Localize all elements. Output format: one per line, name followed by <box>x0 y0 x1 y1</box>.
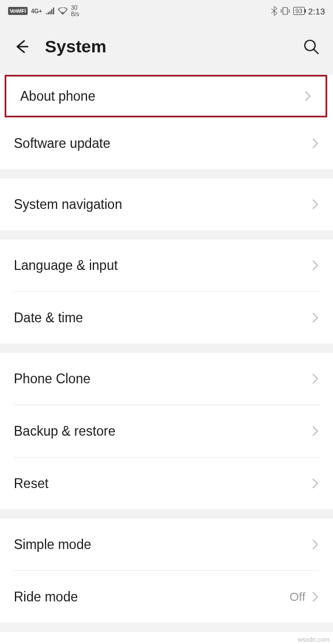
chevron-right-icon <box>311 590 319 604</box>
bluetooth-icon <box>271 6 277 16</box>
item-reset[interactable]: Reset <box>0 458 333 509</box>
search-icon <box>303 39 319 55</box>
battery-indicator: 93 <box>293 7 305 15</box>
svg-point-0 <box>62 12 64 14</box>
svg-rect-1 <box>283 7 287 14</box>
settings-group: System navigation <box>0 178 333 230</box>
signal-generation: 4G+ <box>31 8 42 14</box>
item-label: Reset <box>14 476 311 491</box>
header: System <box>0 22 333 71</box>
item-label: Phone Clone <box>14 371 311 387</box>
chevron-right-icon <box>311 197 319 211</box>
vowifi-badge: VoWiFi <box>8 7 28 15</box>
item-backup-restore[interactable]: Backup & restore <box>0 405 333 457</box>
item-label: Language & input <box>14 258 311 273</box>
settings-group: Language & input Date & time <box>0 239 333 344</box>
item-ride-mode[interactable]: Ride mode Off <box>0 571 333 623</box>
chevron-right-icon <box>311 311 319 325</box>
back-button[interactable] <box>13 39 29 55</box>
chevron-right-icon <box>311 136 319 150</box>
item-system-navigation[interactable]: System navigation <box>0 178 333 230</box>
item-label: Ride mode <box>14 589 289 605</box>
item-developer-options[interactable]: Developer options <box>0 632 333 644</box>
item-label: Backup & restore <box>14 424 311 439</box>
wifi-icon <box>58 7 67 14</box>
arrow-left-icon <box>13 39 29 55</box>
chevron-right-icon <box>311 372 319 386</box>
item-value: Off <box>289 590 305 604</box>
clock: 2:13 <box>308 6 325 16</box>
item-phone-clone[interactable]: Phone Clone <box>0 353 333 405</box>
settings-group: Simple mode Ride mode Off <box>0 519 333 623</box>
watermark: wsxdn.com <box>298 636 330 643</box>
item-label: System navigation <box>14 197 311 212</box>
vibrate-icon <box>281 7 290 15</box>
item-software-update[interactable]: Software update <box>0 117 333 169</box>
chevron-right-icon <box>304 89 312 103</box>
chevron-right-icon <box>311 477 319 490</box>
chevron-right-icon <box>311 538 319 551</box>
item-label: Software update <box>14 136 311 151</box>
item-about-phone[interactable]: About phone <box>6 77 326 116</box>
status-bar: VoWiFi 4G+ 30 B/s 93 2:13 <box>0 0 333 22</box>
item-label: About phone <box>20 89 304 104</box>
settings-group: Developer options User experience improv… <box>0 632 333 644</box>
page-title: System <box>45 37 286 56</box>
settings-group: About phone Software update <box>0 75 333 169</box>
chevron-right-icon <box>311 258 319 272</box>
data-rate: 30 B/s <box>71 5 79 17</box>
chevron-right-icon <box>311 424 319 438</box>
status-left: VoWiFi 4G+ 30 B/s <box>8 5 80 17</box>
highlight-box: About phone <box>5 75 327 117</box>
item-label: Date & time <box>14 310 311 326</box>
item-date-time[interactable]: Date & time <box>0 292 333 344</box>
signal-bars-icon <box>46 7 55 14</box>
data-rate-unit: B/s <box>71 11 79 17</box>
settings-group: Phone Clone Backup & restore Reset <box>0 353 333 509</box>
data-rate-num: 30 <box>71 5 77 11</box>
item-simple-mode[interactable]: Simple mode <box>0 519 333 570</box>
status-right: 93 2:13 <box>271 6 325 16</box>
item-language-input[interactable]: Language & input <box>0 239 333 291</box>
search-button[interactable] <box>302 37 320 56</box>
item-label: Simple mode <box>14 537 311 552</box>
